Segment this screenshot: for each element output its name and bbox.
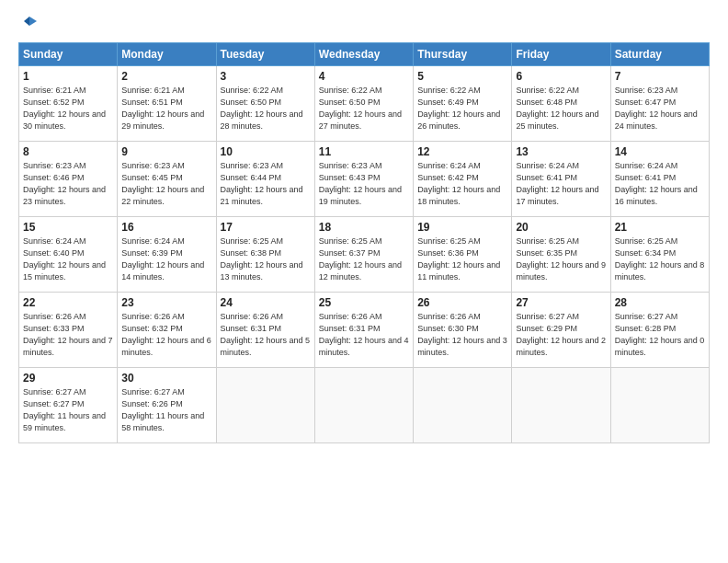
- day-info: Sunrise: 6:23 AM Sunset: 6:45 PM Dayligh…: [121, 160, 211, 208]
- day-cell: 12 Sunrise: 6:24 AM Sunset: 6:42 PM Dayl…: [414, 142, 512, 217]
- day-info: Sunrise: 6:23 AM Sunset: 6:43 PM Dayligh…: [319, 160, 409, 208]
- day-info: Sunrise: 6:24 AM Sunset: 6:41 PM Dayligh…: [615, 160, 705, 208]
- svg-marker-1: [24, 17, 29, 26]
- day-info: Sunrise: 6:26 AM Sunset: 6:31 PM Dayligh…: [221, 311, 311, 359]
- day-cell: [512, 368, 610, 443]
- week-row-2: 8 Sunrise: 6:23 AM Sunset: 6:46 PM Dayli…: [19, 142, 710, 217]
- day-cell: 2 Sunrise: 6:21 AM Sunset: 6:51 PM Dayli…: [118, 66, 216, 142]
- day-number: 24: [221, 296, 311, 309]
- day-cell: 24 Sunrise: 6:26 AM Sunset: 6:31 PM Dayl…: [216, 293, 314, 368]
- day-cell: 8 Sunrise: 6:23 AM Sunset: 6:46 PM Dayli…: [19, 142, 118, 217]
- day-info: Sunrise: 6:22 AM Sunset: 6:50 PM Dayligh…: [319, 85, 409, 132]
- day-number: 18: [319, 221, 409, 234]
- day-cell: 4 Sunrise: 6:22 AM Sunset: 6:50 PM Dayli…: [314, 66, 413, 142]
- day-number: 4: [319, 70, 409, 83]
- day-cell: 7 Sunrise: 6:23 AM Sunset: 6:47 PM Dayli…: [610, 66, 709, 142]
- day-number: 23: [121, 296, 211, 309]
- day-number: 22: [23, 296, 113, 309]
- day-info: Sunrise: 6:24 AM Sunset: 6:42 PM Dayligh…: [417, 160, 507, 208]
- day-info: Sunrise: 6:22 AM Sunset: 6:49 PM Dayligh…: [417, 85, 507, 132]
- day-number: 20: [516, 221, 606, 234]
- day-cell: 13 Sunrise: 6:24 AM Sunset: 6:41 PM Dayl…: [512, 142, 610, 217]
- col-header-thursday: Thursday: [414, 43, 512, 66]
- day-number: 14: [615, 145, 705, 158]
- day-number: 2: [121, 70, 211, 83]
- day-cell: 25 Sunrise: 6:26 AM Sunset: 6:31 PM Dayl…: [314, 293, 413, 368]
- day-cell: 9 Sunrise: 6:23 AM Sunset: 6:45 PM Dayli…: [118, 142, 216, 217]
- day-cell: [216, 368, 314, 443]
- calendar-page: SundayMondayTuesdayWednesdayThursdayFrid…: [0, 0, 728, 563]
- day-info: Sunrise: 6:24 AM Sunset: 6:40 PM Dayligh…: [23, 236, 113, 283]
- day-cell: 5 Sunrise: 6:22 AM Sunset: 6:49 PM Dayli…: [414, 66, 512, 142]
- day-number: 9: [121, 145, 211, 158]
- day-cell: 29 Sunrise: 6:27 AM Sunset: 6:27 PM Dayl…: [19, 368, 118, 443]
- day-cell: [610, 368, 709, 443]
- day-number: 5: [417, 70, 507, 83]
- header: [18, 15, 710, 33]
- calendar-table: SundayMondayTuesdayWednesdayThursdayFrid…: [18, 42, 710, 443]
- day-info: Sunrise: 6:27 AM Sunset: 6:28 PM Dayligh…: [615, 311, 705, 359]
- day-cell: 10 Sunrise: 6:23 AM Sunset: 6:44 PM Dayl…: [216, 142, 314, 217]
- day-number: 26: [417, 296, 507, 309]
- day-info: Sunrise: 6:24 AM Sunset: 6:41 PM Dayligh…: [516, 160, 606, 208]
- day-number: 27: [516, 296, 606, 309]
- week-row-1: 1 Sunrise: 6:21 AM Sunset: 6:52 PM Dayli…: [19, 66, 710, 142]
- day-cell: 30 Sunrise: 6:27 AM Sunset: 6:26 PM Dayl…: [118, 368, 216, 443]
- day-number: 3: [221, 70, 311, 83]
- day-number: 1: [23, 70, 113, 83]
- day-cell: 21 Sunrise: 6:25 AM Sunset: 6:34 PM Dayl…: [610, 217, 709, 293]
- day-info: Sunrise: 6:23 AM Sunset: 6:46 PM Dayligh…: [23, 160, 113, 208]
- day-info: Sunrise: 6:25 AM Sunset: 6:34 PM Dayligh…: [615, 236, 705, 283]
- col-header-wednesday: Wednesday: [314, 43, 413, 66]
- day-number: 15: [23, 221, 113, 234]
- week-row-3: 15 Sunrise: 6:24 AM Sunset: 6:40 PM Dayl…: [19, 217, 710, 293]
- day-info: Sunrise: 6:26 AM Sunset: 6:31 PM Dayligh…: [319, 311, 409, 359]
- day-cell: 3 Sunrise: 6:22 AM Sunset: 6:50 PM Dayli…: [216, 66, 314, 142]
- day-cell: 22 Sunrise: 6:26 AM Sunset: 6:33 PM Dayl…: [19, 293, 118, 368]
- day-info: Sunrise: 6:26 AM Sunset: 6:32 PM Dayligh…: [121, 311, 211, 359]
- day-cell: 17 Sunrise: 6:25 AM Sunset: 6:38 PM Dayl…: [216, 217, 314, 293]
- day-number: 10: [221, 145, 311, 158]
- day-cell: [414, 368, 512, 443]
- week-row-4: 22 Sunrise: 6:26 AM Sunset: 6:33 PM Dayl…: [19, 293, 710, 368]
- day-cell: 14 Sunrise: 6:24 AM Sunset: 6:41 PM Dayl…: [610, 142, 709, 217]
- header-row: SundayMondayTuesdayWednesdayThursdayFrid…: [19, 43, 710, 66]
- day-info: Sunrise: 6:21 AM Sunset: 6:52 PM Dayligh…: [23, 85, 113, 132]
- day-number: 13: [516, 145, 606, 158]
- day-info: Sunrise: 6:26 AM Sunset: 6:33 PM Dayligh…: [23, 311, 113, 359]
- day-cell: 11 Sunrise: 6:23 AM Sunset: 6:43 PM Dayl…: [314, 142, 413, 217]
- col-header-tuesday: Tuesday: [216, 43, 314, 66]
- week-row-5: 29 Sunrise: 6:27 AM Sunset: 6:27 PM Dayl…: [19, 368, 710, 443]
- day-cell: 20 Sunrise: 6:25 AM Sunset: 6:35 PM Dayl…: [512, 217, 610, 293]
- day-info: Sunrise: 6:21 AM Sunset: 6:51 PM Dayligh…: [121, 85, 211, 132]
- day-number: 11: [319, 145, 409, 158]
- day-number: 29: [23, 372, 113, 385]
- day-number: 6: [516, 70, 606, 83]
- day-cell: 15 Sunrise: 6:24 AM Sunset: 6:40 PM Dayl…: [19, 217, 118, 293]
- col-header-saturday: Saturday: [610, 43, 709, 66]
- day-cell: 16 Sunrise: 6:24 AM Sunset: 6:39 PM Dayl…: [118, 217, 216, 293]
- day-number: 28: [615, 296, 705, 309]
- day-cell: 18 Sunrise: 6:25 AM Sunset: 6:37 PM Dayl…: [314, 217, 413, 293]
- col-header-monday: Monday: [118, 43, 216, 66]
- day-number: 19: [417, 221, 507, 234]
- day-cell: 23 Sunrise: 6:26 AM Sunset: 6:32 PM Dayl…: [118, 293, 216, 368]
- day-info: Sunrise: 6:24 AM Sunset: 6:39 PM Dayligh…: [121, 236, 211, 283]
- day-cell: 28 Sunrise: 6:27 AM Sunset: 6:28 PM Dayl…: [610, 293, 709, 368]
- day-info: Sunrise: 6:27 AM Sunset: 6:27 PM Dayligh…: [23, 386, 113, 434]
- day-cell: 6 Sunrise: 6:22 AM Sunset: 6:48 PM Dayli…: [512, 66, 610, 142]
- day-cell: 27 Sunrise: 6:27 AM Sunset: 6:29 PM Dayl…: [512, 293, 610, 368]
- day-info: Sunrise: 6:27 AM Sunset: 6:29 PM Dayligh…: [516, 311, 606, 359]
- day-number: 21: [615, 221, 705, 234]
- day-info: Sunrise: 6:27 AM Sunset: 6:26 PM Dayligh…: [121, 386, 211, 434]
- day-number: 25: [319, 296, 409, 309]
- day-info: Sunrise: 6:25 AM Sunset: 6:37 PM Dayligh…: [319, 236, 409, 283]
- day-number: 7: [615, 70, 705, 83]
- logo-flag-icon: [20, 15, 39, 33]
- day-info: Sunrise: 6:26 AM Sunset: 6:30 PM Dayligh…: [417, 311, 507, 359]
- day-number: 8: [23, 145, 113, 158]
- day-cell: 19 Sunrise: 6:25 AM Sunset: 6:36 PM Dayl…: [414, 217, 512, 293]
- day-info: Sunrise: 6:25 AM Sunset: 6:36 PM Dayligh…: [417, 236, 507, 283]
- day-info: Sunrise: 6:23 AM Sunset: 6:47 PM Dayligh…: [615, 85, 705, 132]
- day-number: 12: [417, 145, 507, 158]
